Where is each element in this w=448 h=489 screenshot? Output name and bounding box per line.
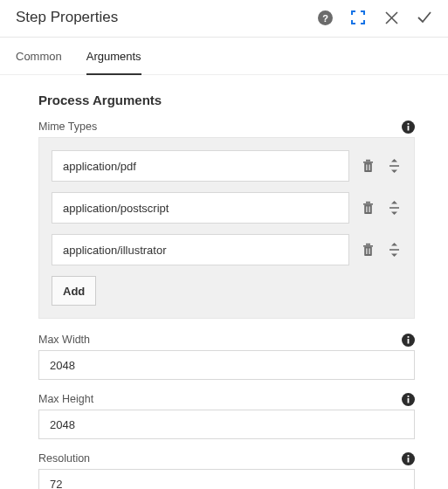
svg-rect-5 — [363, 162, 373, 163]
mime-types-multifield: Add — [38, 137, 415, 319]
resolution-input[interactable] — [38, 469, 415, 489]
resolution-field: Resolution — [38, 451, 415, 489]
max-height-input[interactable] — [38, 410, 415, 439]
svg-rect-25 — [407, 336, 409, 338]
svg-text:?: ? — [322, 12, 328, 23]
max-height-label: Max Height — [38, 393, 93, 405]
info-icon[interactable] — [401, 120, 415, 134]
svg-rect-9 — [369, 164, 369, 170]
info-icon[interactable] — [401, 451, 415, 465]
svg-rect-7 — [366, 160, 370, 162]
fullscreen-icon[interactable] — [350, 10, 366, 25]
svg-rect-4 — [407, 123, 409, 125]
info-icon[interactable] — [401, 392, 415, 406]
max-width-input[interactable] — [38, 350, 415, 380]
svg-rect-13 — [366, 202, 370, 203]
delete-icon[interactable] — [360, 200, 376, 216]
svg-rect-27 — [407, 398, 409, 403]
help-icon[interactable]: ? — [317, 10, 333, 25]
svg-rect-20 — [366, 248, 367, 254]
svg-rect-8 — [366, 164, 367, 170]
svg-rect-22 — [389, 249, 399, 251]
svg-rect-19 — [366, 244, 370, 245]
delete-icon[interactable] — [360, 242, 376, 258]
tab-common[interactable]: Common — [16, 38, 62, 74]
mime-type-row — [52, 234, 402, 265]
info-icon[interactable] — [401, 333, 415, 347]
mime-types-label-row: Mime Types — [38, 120, 415, 134]
header-actions: ? — [317, 10, 432, 25]
mime-types-label: Mime Types — [38, 121, 97, 133]
reorder-icon[interactable] — [386, 158, 402, 174]
svg-rect-6 — [364, 163, 372, 172]
max-width-label: Max Width — [38, 334, 90, 346]
reorder-icon[interactable] — [386, 242, 402, 258]
svg-rect-28 — [407, 396, 409, 397]
svg-rect-16 — [389, 207, 399, 209]
tabs: Common Arguments — [0, 38, 448, 75]
dialog-header: Step Properties ? — [0, 0, 448, 38]
resolution-label-row: Resolution — [38, 451, 415, 465]
mime-type-input[interactable] — [52, 150, 349, 182]
add-button[interactable]: Add — [52, 276, 96, 306]
svg-rect-17 — [363, 245, 373, 247]
resolution-label: Resolution — [38, 452, 90, 465]
reorder-icon[interactable] — [386, 200, 402, 216]
tab-panel-arguments: Process Arguments Mime Types — [0, 75, 448, 489]
svg-rect-10 — [389, 165, 399, 167]
max-width-field: Max Width — [38, 333, 415, 380]
max-height-label-row: Max Height — [38, 392, 415, 406]
tab-arguments[interactable]: Arguments — [86, 38, 141, 75]
svg-rect-11 — [363, 203, 373, 205]
max-height-field: Max Height — [38, 392, 415, 439]
mime-type-row — [52, 150, 402, 182]
section-title: Process Arguments — [38, 93, 415, 107]
svg-rect-14 — [366, 206, 367, 212]
close-icon[interactable] — [383, 10, 399, 25]
svg-rect-30 — [407, 458, 409, 463]
confirm-icon[interactable] — [417, 10, 432, 25]
max-width-label-row: Max Width — [38, 333, 415, 347]
svg-rect-3 — [407, 126, 409, 131]
svg-rect-15 — [369, 206, 369, 212]
svg-rect-12 — [364, 205, 372, 214]
svg-rect-18 — [364, 247, 372, 256]
delete-icon[interactable] — [360, 158, 376, 174]
dialog-title: Step Properties — [16, 9, 118, 26]
mime-type-input[interactable] — [52, 234, 349, 265]
mime-type-input[interactable] — [52, 192, 349, 224]
svg-rect-31 — [407, 455, 409, 457]
svg-rect-24 — [407, 339, 409, 344]
svg-rect-21 — [369, 248, 369, 254]
mime-type-row — [52, 192, 402, 224]
